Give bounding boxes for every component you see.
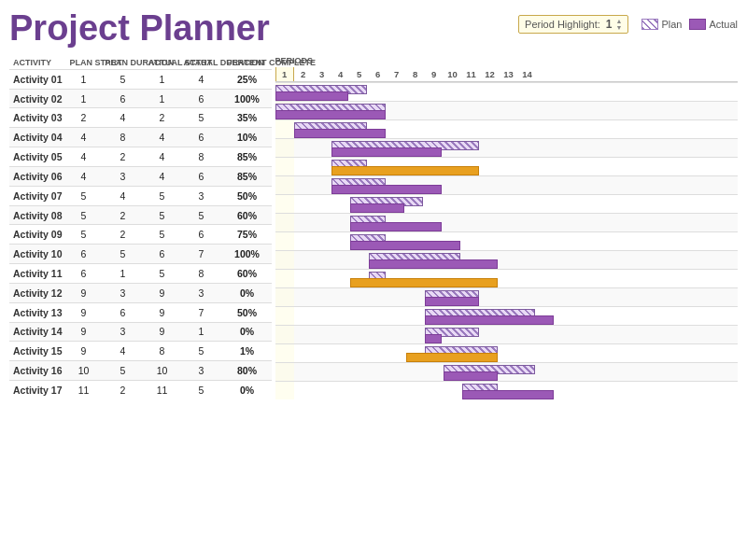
plan-start-val: 5 (66, 205, 102, 225)
gantt-cell (294, 270, 313, 287)
plan-start-val: 4 (66, 128, 102, 147)
gantt-cell (500, 214, 518, 231)
gantt-cell (406, 83, 425, 101)
activity-name: Activity 14 (9, 322, 66, 342)
gantt-cell (388, 83, 406, 101)
activity-name: Activity 04 (9, 128, 66, 147)
gantt-cell (313, 270, 331, 287)
gantt-cell (313, 214, 331, 231)
gantt-cell (388, 363, 406, 381)
plan-start-val: 10 (66, 361, 102, 381)
period-spinner[interactable]: ▲ ▼ (615, 18, 622, 31)
gantt-cell (388, 382, 406, 399)
gantt-cell (313, 176, 331, 194)
plan-duration-val: 5 (102, 69, 145, 89)
gantt-cell (481, 176, 500, 194)
gantt-cell (462, 120, 481, 138)
gantt-cell (518, 288, 537, 306)
activity-name: Activity 07 (9, 186, 66, 205)
table-row: Activity 16 10 5 10 3 80% (9, 361, 272, 381)
actual-duration-val: 5 (180, 108, 223, 128)
percent-complete-val: 1% (223, 342, 272, 361)
gantt-cell (313, 326, 331, 343)
gantt-cell (294, 232, 313, 250)
gantt-cell (425, 102, 444, 119)
period-header-7: 7 (388, 67, 406, 81)
page-title: Project Planner (9, 9, 270, 49)
table-row: Activity 06 4 3 4 6 85% (9, 166, 272, 186)
activity-table: ACTIVITY PLAN START PLAN DURATION ACTUAL… (9, 56, 272, 399)
col-actual-start: ACTUAL START (145, 56, 180, 70)
activity-name: Activity 12 (9, 283, 66, 302)
period-highlight-value: 1 (606, 18, 613, 31)
gantt-cell (444, 382, 462, 399)
gantt-row (275, 175, 738, 194)
gantt-cell (481, 102, 500, 119)
actual-duration-val: 5 (180, 205, 223, 225)
period-header-11: 11 (462, 67, 481, 81)
actual-duration-val: 6 (180, 225, 223, 245)
percent-complete-val: 0% (223, 283, 272, 302)
gantt-cell (331, 363, 350, 381)
gantt-cell (313, 139, 331, 157)
actual-bar (350, 278, 498, 287)
table-row: Activity 08 5 2 5 5 60% (9, 205, 272, 225)
gantt-cell (331, 288, 350, 306)
gantt-cell (331, 251, 350, 269)
actual-start-val: 10 (145, 361, 180, 381)
actual-bar (425, 315, 554, 325)
actual-duration-val: 8 (180, 147, 223, 167)
period-header-5: 5 (350, 67, 369, 81)
period-header-14: 14 (518, 67, 537, 81)
gantt-cell (462, 176, 481, 194)
gantt-cell (481, 288, 500, 306)
activity-name: Activity 10 (9, 245, 66, 264)
gantt-row (275, 157, 738, 175)
gantt-row (275, 101, 738, 119)
period-highlight-control[interactable]: Period Highlight: 1 ▲ ▼ (518, 15, 628, 34)
gantt-cell (275, 232, 294, 250)
gantt-cell (462, 214, 481, 231)
gantt-cell (275, 158, 294, 175)
actual-start-val: 8 (145, 342, 180, 361)
gantt-cell (313, 382, 331, 399)
actual-bar (350, 222, 442, 231)
plan-start-val: 4 (66, 147, 102, 167)
table-row: Activity 11 6 1 5 8 60% (9, 264, 272, 284)
gantt-cell (518, 270, 537, 287)
gantt-cell (369, 307, 388, 325)
percent-complete-val: 85% (223, 166, 272, 186)
gantt-cell (294, 307, 313, 325)
plan-duration-val: 4 (102, 108, 145, 128)
gantt-cell (406, 363, 425, 381)
actual-duration-val: 4 (180, 69, 223, 89)
gantt-cell (444, 83, 462, 101)
gantt-cell (369, 344, 388, 362)
actual-start-val: 4 (145, 128, 180, 147)
plan-duration-val: 8 (102, 128, 145, 147)
actual-bar (406, 353, 498, 362)
plan-duration-val: 3 (102, 322, 145, 342)
table-row: Activity 07 5 4 5 3 50% (9, 186, 272, 205)
gantt-cell (275, 344, 294, 362)
gantt-cell (350, 251, 369, 269)
actual-bar (331, 185, 442, 194)
gantt-cell (500, 158, 518, 175)
gantt-cell (500, 232, 518, 250)
gantt-cell (406, 120, 425, 138)
gantt-cell (294, 382, 313, 399)
actual-legend-label: Actual (709, 19, 738, 30)
gantt-cell (518, 214, 537, 231)
plan-start-val: 9 (66, 342, 102, 361)
actual-duration-val: 3 (180, 361, 223, 381)
percent-complete-val: 10% (223, 128, 272, 147)
activity-name: Activity 16 (9, 361, 66, 381)
activity-name: Activity 09 (9, 225, 66, 245)
gantt-cell (350, 363, 369, 381)
plan-duration-val: 2 (102, 205, 145, 225)
gantt-cell (518, 139, 537, 157)
actual-duration-val: 6 (180, 89, 223, 108)
gantt-cell (275, 326, 294, 343)
gantt-cell (425, 83, 444, 101)
actual-duration-val: 6 (180, 128, 223, 147)
